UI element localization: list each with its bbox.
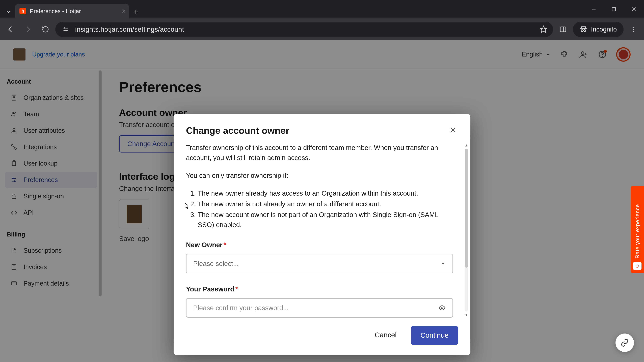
nav-forward-button[interactable] [20, 22, 36, 37]
svg-marker-48 [442, 263, 445, 265]
link-fab[interactable] [616, 334, 634, 352]
modal-condition-item: The new owner is not already an owner of… [198, 199, 453, 209]
modal-conditions-list: The new owner already has access to an O… [186, 188, 453, 230]
bookmark-star-icon[interactable] [540, 25, 548, 33]
link-icon [620, 339, 629, 347]
modal-title: Change account owner [186, 125, 289, 136]
url-text: insights.hotjar.com/settings/account [75, 26, 184, 33]
new-owner-placeholder: Please select... [193, 259, 239, 269]
window-maximize-button[interactable] [604, 0, 624, 18]
window-minimize-button[interactable] [584, 0, 604, 18]
svg-point-49 [441, 307, 443, 309]
svg-point-11 [581, 30, 583, 32]
svg-rect-1 [612, 7, 616, 11]
modal-conditions-lead: You can only transfer ownership if: [186, 170, 453, 180]
password-input[interactable]: Please confirm your password... [186, 298, 453, 318]
tab-title: Preferences - Hotjar [30, 8, 81, 14]
tab-close-icon[interactable]: × [122, 8, 126, 14]
svg-point-16 [633, 29, 634, 30]
feedback-label: Rate your experience [634, 204, 640, 258]
site-info-icon[interactable] [61, 25, 70, 34]
modal-intro-text: Transfer ownership of this account to a … [186, 143, 453, 163]
new-tab-button[interactable]: + [129, 5, 142, 18]
scroll-down-icon[interactable]: ▼ [464, 312, 469, 318]
show-password-icon[interactable] [438, 304, 446, 312]
incognito-chip[interactable]: Incognito [573, 22, 624, 37]
incognito-label: Incognito [591, 26, 617, 33]
continue-button[interactable]: Continue [411, 326, 458, 345]
side-panel-button[interactable] [556, 22, 570, 37]
svg-point-6 [66, 30, 68, 31]
browser-menu-button[interactable] [626, 22, 641, 37]
password-placeholder: Please confirm your password... [193, 303, 289, 313]
svg-point-17 [633, 31, 634, 32]
address-bar[interactable]: insights.hotjar.com/settings/account [55, 22, 553, 37]
window-close-button[interactable] [624, 0, 644, 18]
modal-condition-item: The new owner already has access to an O… [198, 188, 453, 198]
caret-down-icon [440, 261, 446, 266]
password-label: Your Password* [186, 284, 453, 294]
hotjar-favicon-icon: h [20, 8, 26, 14]
svg-point-12 [584, 30, 586, 32]
browser-titlebar: h Preferences - Hotjar × + [0, 0, 644, 18]
svg-rect-9 [560, 27, 566, 32]
cancel-button[interactable]: Cancel [367, 326, 404, 345]
svg-point-4 [64, 28, 65, 29]
modal-condition-item: The new account owner is not part of an … [198, 210, 453, 230]
modal-close-button[interactable] [448, 125, 458, 135]
feedback-bot-icon: ☺ [633, 262, 642, 270]
browser-toolbar: insights.hotjar.com/settings/account Inc… [0, 18, 644, 40]
modal-scrollbar[interactable]: ▲ ▼ [464, 143, 469, 318]
nav-back-button[interactable] [3, 22, 18, 37]
svg-point-15 [633, 27, 634, 28]
svg-marker-8 [540, 26, 547, 32]
scroll-up-icon[interactable]: ▲ [464, 143, 469, 148]
feedback-tab[interactable]: Rate your experience ☺ [630, 186, 644, 273]
close-icon [449, 126, 457, 134]
modal-body: Transfer ownership of this account to a … [186, 143, 458, 318]
change-owner-modal: Change account owner Transfer ownership … [174, 114, 470, 355]
new-owner-label: New Owner* [186, 240, 453, 250]
new-owner-select[interactable]: Please select... [186, 254, 453, 273]
browser-tab-active[interactable]: h Preferences - Hotjar × [15, 4, 129, 18]
tab-search-button[interactable] [2, 5, 15, 18]
nav-reload-button[interactable] [38, 22, 53, 37]
incognito-icon [580, 25, 587, 33]
